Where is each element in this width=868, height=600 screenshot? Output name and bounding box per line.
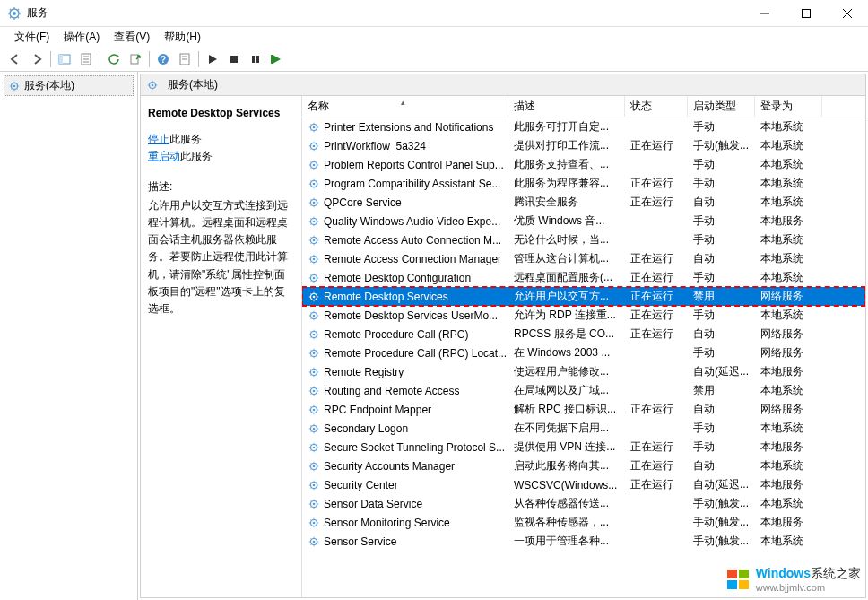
service-row[interactable]: QPCore Service腾讯安全服务正在运行自动本地系统 [302, 193, 865, 212]
service-row[interactable]: Sensor Data Service从各种传感器传送...手动(触发...本地… [302, 494, 865, 513]
service-row[interactable]: Secondary Logon在不同凭据下启用...手动本地系统 [302, 419, 865, 438]
service-desc: 提供对打印工作流... [508, 136, 625, 155]
service-row[interactable]: Security CenterWSCSVC(Windows...正在运行自动(延… [302, 475, 865, 494]
service-startup: 自动 [688, 325, 755, 343]
col-header-startup[interactable]: 启动类型 [688, 96, 755, 117]
properties-button[interactable] [76, 49, 96, 69]
stop-service-button[interactable] [224, 49, 244, 69]
restart-service-button[interactable] [267, 49, 287, 69]
service-status: 正在运行 [625, 475, 688, 494]
toolbar-sep [149, 51, 150, 67]
col-header-name[interactable]: 名称 [302, 96, 508, 117]
service-logon: 本地系统 [755, 532, 822, 551]
service-row[interactable]: Remote Desktop Configuration远程桌面配置服务(...… [302, 268, 865, 287]
services-list[interactable]: Printer Extensions and Notifications此服务可… [302, 117, 865, 597]
toolbar-sep [100, 51, 100, 67]
service-startup: 手动 [688, 306, 755, 325]
back-button[interactable] [5, 49, 25, 69]
service-row[interactable]: Routing and Remote Access在局域网以及广域...禁用本地… [302, 381, 865, 400]
service-row[interactable]: Security Accounts Manager启动此服务将向其...正在运行… [302, 457, 865, 475]
svg-rect-65 [739, 570, 749, 578]
service-row[interactable]: Remote Desktop Services允许用户以交互方...正在运行禁用… [302, 287, 865, 306]
service-row[interactable]: RPC Endpoint Mapper解析 RPC 接口标识...正在运行自动网… [302, 400, 865, 419]
service-row[interactable]: Secure Socket Tunneling Protocol S...提供使… [302, 438, 865, 457]
pause-service-button[interactable] [246, 49, 265, 69]
service-name: Remote Registry [324, 366, 404, 378]
menu-file[interactable]: 文件(F) [7, 28, 56, 47]
service-startup: 手动 [688, 212, 755, 230]
svg-rect-12 [256, 56, 259, 63]
col-header-logon[interactable]: 登录为 [755, 96, 822, 117]
service-name: Sensor Monitoring Service [324, 517, 450, 529]
service-row[interactable]: Remote Procedure Call (RPC)RPCSS 服务是 CO.… [302, 325, 865, 343]
service-name: PrintWorkflow_5a324 [324, 140, 426, 152]
service-logon: 本地服务 [755, 212, 822, 230]
action-pane-button[interactable] [175, 49, 195, 69]
service-name: Routing and Remote Access [324, 385, 459, 397]
service-row[interactable]: Remote Registry使远程用户能修改...自动(延迟...本地服务 [302, 362, 865, 381]
service-status [625, 362, 688, 381]
svg-rect-10 [230, 56, 238, 63]
gear-icon [308, 196, 320, 209]
svg-rect-67 [739, 580, 749, 589]
menu-action[interactable]: 操作(A) [56, 28, 107, 47]
menu-view[interactable]: 查看(V) [107, 28, 157, 47]
service-startup: 手动(触发... [688, 136, 755, 155]
service-row[interactable]: Remote Procedure Call (RPC) Locat...在 Wi… [302, 343, 865, 362]
stop-link[interactable]: 停止 [148, 133, 169, 145]
service-row[interactable]: PrintWorkflow_5a324提供对打印工作流...正在运行手动(触发.… [302, 136, 865, 155]
service-desc: 允许用户以交互方... [508, 287, 625, 306]
service-row[interactable]: Sensor Monitoring Service监视各种传感器，...手动(触… [302, 513, 865, 532]
console-tree: 服务(本地) [0, 72, 138, 600]
service-name: RPC Endpoint Mapper [324, 404, 431, 416]
service-startup: 自动 [688, 457, 755, 475]
service-desc: RPCSS 服务是 CO... [508, 325, 625, 343]
export-button[interactable] [126, 49, 145, 69]
menubar: 文件(F) 操作(A) 查看(V) 帮助(H) [0, 27, 868, 47]
service-row[interactable]: Sensor Service一项用于管理各种...手动(触发...本地系统 [302, 532, 865, 551]
svg-point-25 [313, 182, 316, 185]
service-name: Remote Access Connection Manager [324, 253, 501, 265]
service-logon: 网络服务 [755, 325, 822, 343]
service-row[interactable]: Remote Access Auto Connection M...无论什么时候… [302, 230, 865, 249]
service-startup: 自动 [688, 249, 755, 268]
svg-point-51 [313, 427, 316, 430]
refresh-button[interactable] [104, 49, 124, 69]
gear-icon [308, 479, 320, 491]
forward-button[interactable] [27, 49, 47, 69]
svg-point-21 [313, 144, 316, 147]
help-button[interactable]: ? [153, 49, 173, 69]
gear-icon [308, 535, 320, 548]
description-text: 允许用户以交互方式连接到远程计算机。远程桌面和远程桌面会话主机服务器依赖此服务。… [148, 197, 294, 317]
gear-icon [308, 460, 320, 473]
service-row[interactable]: Printer Extensions and Notifications此服务可… [302, 117, 865, 136]
service-row[interactable]: Remote Desktop Services UserMo...允许为 RDP… [302, 306, 865, 325]
service-row[interactable]: Remote Access Connection Manager管理从这台计算机… [302, 249, 865, 268]
col-header-status[interactable]: 状态 [625, 96, 688, 117]
service-logon: 网络服务 [755, 400, 822, 419]
service-name: Security Accounts Manager [324, 460, 455, 473]
service-desc: 解析 RPC 接口标识... [508, 400, 625, 419]
svg-point-31 [313, 239, 316, 241]
tree-node-services-local[interactable]: 服务(本地) [4, 75, 134, 96]
service-status: 正在运行 [625, 249, 688, 268]
minimize-button[interactable] [744, 0, 786, 27]
service-row[interactable]: Problem Reports Control Panel Sup...此服务支… [302, 155, 865, 174]
show-hide-tree-button[interactable] [55, 49, 74, 69]
service-name: Printer Extensions and Notifications [324, 121, 493, 134]
service-row[interactable]: Quality Windows Audio Video Expe...优质 Wi… [302, 212, 865, 230]
service-startup: 手动(触发... [688, 494, 755, 513]
menu-help[interactable]: 帮助(H) [157, 28, 208, 47]
service-desc: 允许为 RDP 连接重... [508, 306, 625, 325]
restart-link[interactable]: 重启动 [148, 150, 180, 162]
service-desc: 腾讯安全服务 [508, 193, 625, 212]
service-status: 正在运行 [625, 193, 688, 212]
maximize-button[interactable] [786, 0, 827, 27]
col-header-desc[interactable]: 描述 [508, 96, 625, 117]
start-service-button[interactable] [203, 49, 222, 69]
service-row[interactable]: Program Compatibility Assistant Se...此服务… [302, 174, 865, 193]
gear-icon [308, 178, 320, 190]
close-button[interactable] [827, 0, 868, 27]
svg-point-49 [313, 408, 316, 411]
service-logon: 本地系统 [755, 306, 822, 325]
